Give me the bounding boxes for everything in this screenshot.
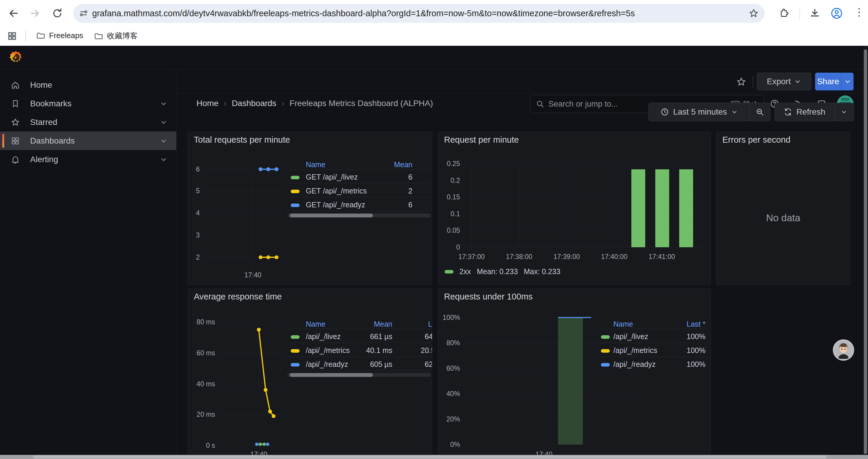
vertical-scrollbar-thumb[interactable]: [864, 49, 867, 454]
sidebar-item-alerting[interactable]: Alerting: [0, 150, 176, 169]
url-text[interactable]: grafana.mathmast.com/d/deytv4rwavabkb/fr…: [92, 8, 749, 18]
row-separator: [287, 211, 431, 211]
panel-average-response-time: Average response time 80 ms60 ms40 ms20 …: [188, 289, 432, 459]
bookmark-star-icon[interactable]: [749, 8, 759, 18]
sidebar-item-label: Bookmarks: [30, 99, 160, 108]
svg-text:80 ms: 80 ms: [196, 318, 215, 326]
sidebar-item-label: Dashboards: [30, 136, 160, 145]
breadcrumb-home[interactable]: Home: [196, 99, 219, 108]
panel-title[interactable]: Requests under 100ms: [444, 292, 533, 302]
breadcrumb-current: Freeleaps Metrics Dashboard (ALPHA): [289, 99, 433, 108]
row-separator: [287, 370, 431, 371]
panel-title[interactable]: Average response time: [194, 292, 282, 302]
svg-text:20%: 20%: [446, 415, 460, 423]
reload-icon[interactable]: [52, 8, 63, 19]
legend-value: 20.5 ms: [287, 346, 432, 355]
chevron-down-icon[interactable]: [160, 119, 167, 126]
profile-icon[interactable]: [831, 7, 843, 19]
sidebar-item-home[interactable]: Home: [0, 76, 176, 94]
legend-value: 100%: [598, 346, 706, 355]
extensions-icon[interactable]: [779, 8, 789, 19]
svg-text:100%: 100%: [442, 314, 460, 321]
refresh-button[interactable]: Refresh: [775, 103, 834, 121]
breadcrumb-separator: ›: [282, 99, 284, 108]
panel-total-requests-per-minute: Total requests per minute 6543217:40 Nam…: [188, 132, 432, 285]
chevron-down-icon[interactable]: [160, 137, 167, 145]
apps-grid-icon[interactable]: [7, 31, 17, 41]
chart-requests-under-100ms: 100%80%60%40%20%0%17:40: [438, 289, 711, 459]
sidebar-item-bookmarks[interactable]: Bookmarks: [0, 94, 176, 113]
vertical-scrollbar[interactable]: [863, 46, 868, 459]
svg-text:17:38:00: 17:38:00: [506, 253, 532, 261]
bookmark-folder-blogs[interactable]: 收藏博客: [94, 31, 138, 41]
row-separator: [287, 357, 431, 357]
back-icon[interactable]: [8, 8, 19, 19]
panel-title[interactable]: Request per minute: [444, 135, 519, 145]
refresh-group: Refresh: [775, 103, 854, 121]
bookmark-label: 收藏博客: [107, 31, 138, 41]
row-separator: [287, 342, 431, 343]
legend-value: 2: [287, 187, 412, 195]
legend-pill: [445, 270, 454, 273]
svg-text:17:37:00: 17:37:00: [458, 253, 485, 261]
refresh-interval-button[interactable]: [835, 103, 854, 121]
bookmarks-divider: [25, 31, 26, 42]
chevron-down-icon[interactable]: [160, 100, 167, 107]
svg-text:0.05: 0.05: [447, 227, 460, 234]
legend-column-header[interactable]: Mean: [287, 160, 412, 169]
legend-column-header[interactable]: Last *: [598, 320, 706, 328]
legend-scrollbar[interactable]: [287, 373, 431, 377]
svg-text:0: 0: [456, 243, 460, 251]
chevron-down-icon[interactable]: [160, 156, 167, 163]
panel-request-per-minute: Request per minute 0.250.20.150.10.05017…: [438, 132, 711, 285]
panel-title[interactable]: Total requests per minute: [194, 135, 290, 145]
chart-legend[interactable]: 2xx Mean: 0.233 Max: 0.233: [445, 267, 560, 276]
grafana-header: Grafana Home › Dashboards › Freeleaps Me…: [0, 46, 868, 70]
site-settings-icon[interactable]: [79, 9, 88, 18]
forward-icon[interactable]: [30, 8, 40, 19]
toolbar-divider: [800, 7, 800, 20]
favorite-star-icon[interactable]: [736, 77, 746, 87]
svg-text:17:40: 17:40: [244, 271, 261, 279]
legend-mean: Mean: 0.233: [477, 267, 518, 276]
menu-icon[interactable]: ⋮: [854, 6, 864, 18]
floating-assistant-avatar[interactable]: [833, 339, 854, 361]
svg-text:0.1: 0.1: [451, 210, 460, 218]
url-bar[interactable]: grafana.mathmast.com/d/deytv4rwavabkb/fr…: [73, 4, 765, 23]
horizontal-scrollbar[interactable]: [0, 455, 868, 459]
search-icon: [536, 100, 544, 108]
actions-divider: [752, 76, 753, 88]
svg-text:0%: 0%: [450, 441, 460, 448]
star-icon: [11, 118, 20, 127]
horizontal-scrollbar-thumb[interactable]: [33, 455, 827, 458]
refresh-icon: [784, 108, 792, 116]
legend-value: 6: [287, 173, 412, 182]
legend-column-header[interactable]: Last *: [287, 320, 432, 328]
grafana-logo[interactable]: [8, 50, 24, 65]
bookmark-label: Freeleaps: [49, 31, 83, 40]
browser-toolbar: grafana.mathmast.com/d/deytv4rwavabkb/fr…: [0, 0, 868, 27]
legend-scrollbar-thumb[interactable]: [290, 373, 373, 377]
zoom-out-time-button[interactable]: [750, 103, 770, 121]
legend-scrollbar[interactable]: [287, 214, 431, 218]
sidebar-item-label: Alerting: [30, 155, 160, 164]
sidebar-item-dashboards[interactable]: Dashboards: [0, 131, 176, 150]
downloads-icon[interactable]: [809, 8, 820, 19]
sidebar-item-label: Starred: [30, 118, 160, 127]
breadcrumb-dashboards[interactable]: Dashboards: [231, 99, 276, 108]
svg-text:20 ms: 20 ms: [196, 411, 215, 418]
share-button[interactable]: Share: [815, 73, 841, 90]
export-button[interactable]: Export: [757, 73, 811, 90]
svg-text:0.15: 0.15: [447, 193, 460, 201]
chevron-down-icon: [844, 78, 851, 85]
bookmark-folder-freeleaps[interactable]: Freeleaps: [36, 31, 83, 40]
time-range-picker[interactable]: Last 5 minutes: [649, 103, 749, 121]
share-menu-button[interactable]: [841, 73, 854, 90]
sidebar-item-starred[interactable]: Starred: [0, 113, 176, 131]
dashboard-actions-bar: Export Share: [176, 70, 868, 93]
folder-icon: [36, 31, 45, 40]
panel-title[interactable]: Errors per second: [722, 135, 790, 145]
legend-value: 620 µs: [287, 360, 432, 369]
svg-text:0.2: 0.2: [451, 177, 460, 184]
legend-scrollbar-thumb[interactable]: [290, 214, 373, 218]
